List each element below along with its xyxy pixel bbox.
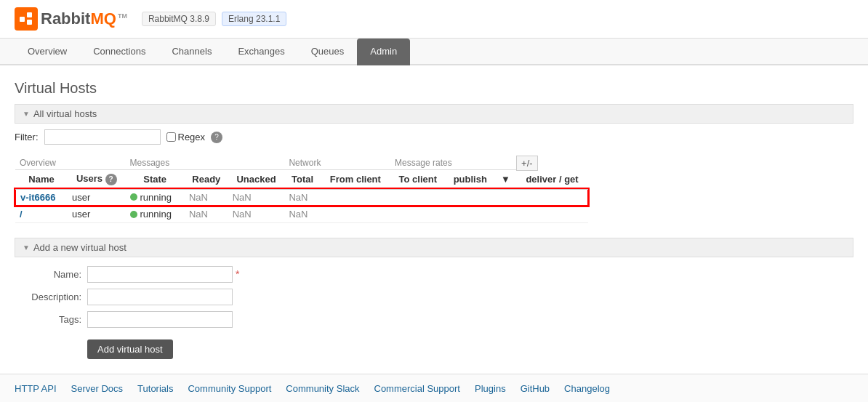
vhost-name-link[interactable]: v-it6666 (20, 192, 55, 203)
vhost-from-client (321, 189, 390, 206)
version-badge: RabbitMQ 3.8.9 (142, 12, 216, 26)
name-label: Name: (15, 269, 87, 280)
add-vhost-button[interactable]: Add virtual host (87, 339, 173, 359)
table-row: / user running NaN NaN NaN (15, 206, 588, 222)
logo-text: RabbitMQTM (41, 9, 127, 28)
tags-row: Tags: (15, 311, 853, 328)
rabbit-text: Rabbit (41, 9, 90, 28)
col-state: State (126, 170, 185, 189)
col-users: Users ? (68, 170, 125, 189)
footer: HTTP API Server Docs Tutorials Community… (0, 374, 868, 403)
nav-channels[interactable]: Channels (158, 39, 225, 64)
nav-exchanges[interactable]: Exchanges (225, 39, 297, 64)
col-ready: Ready (185, 170, 228, 189)
description-row: Description: (15, 289, 853, 305)
vhost-state: running (130, 192, 172, 203)
footer-server-docs[interactable]: Server Docs (71, 383, 124, 394)
vhost-publish (446, 189, 495, 206)
footer-commercial-support[interactable]: Commercial Support (374, 383, 461, 394)
vhost-sort (495, 189, 516, 206)
add-vhost-form: Name: * Description: Tags: Add virtual h… (15, 266, 853, 359)
tags-input[interactable] (87, 311, 233, 328)
add-section-header: ▼ Add a new virtual host (15, 238, 853, 257)
filter-label: Filter: (15, 132, 39, 142)
regex-label: Regex (166, 132, 206, 142)
col-total: Total (284, 170, 320, 189)
footer-http-api[interactable]: HTTP API (15, 383, 57, 394)
name-row: Name: * (15, 266, 853, 283)
vhost-unacked: NaN (228, 206, 285, 222)
erlang-badge: Erlang 23.1.1 (222, 12, 286, 26)
col-group-messages: Messages (126, 156, 285, 170)
vhost-to-client (390, 206, 446, 222)
main-content: Virtual Hosts ▼ All virtual hosts Filter… (0, 65, 868, 374)
vhost-table-wrapper: Overview Messages Network Message rates … (15, 156, 853, 223)
collapse-triangle[interactable]: ▼ (23, 110, 30, 118)
vhost-total: NaN (284, 189, 320, 206)
logo-icon (15, 7, 38, 31)
footer-github[interactable]: GitHub (521, 383, 550, 394)
vhost-deliver-get (516, 206, 588, 222)
vhost-sort (495, 206, 516, 222)
vhost-deliver-get (516, 189, 588, 206)
vhost-state: running (130, 209, 172, 220)
regex-text: Regex (178, 132, 206, 142)
vhost-to-client (390, 189, 446, 206)
logo: RabbitMQTM (15, 7, 127, 31)
col-publish: publish (446, 170, 495, 189)
col-group-overview: Overview (15, 156, 126, 170)
vhost-publish (446, 206, 495, 222)
footer-community-slack[interactable]: Community Slack (286, 383, 359, 394)
add-vhost-section: ▼ Add a new virtual host Name: * Descrip… (15, 238, 853, 359)
nav-connections[interactable]: Connections (80, 39, 158, 64)
vhost-ready: NaN (185, 206, 228, 222)
plus-minus-button[interactable]: +/- (516, 156, 538, 171)
tags-label: Tags: (15, 314, 87, 325)
filter-help-icon[interactable]: ? (211, 132, 222, 143)
add-collapse-triangle[interactable]: ▼ (23, 244, 30, 252)
vhost-from-client (321, 206, 390, 222)
description-label: Description: (15, 292, 87, 302)
users-help-icon[interactable]: ? (105, 174, 117, 185)
footer-changelog[interactable]: Changelog (564, 383, 610, 394)
footer-tutorials[interactable]: Tutorials (137, 383, 173, 394)
vhost-unacked: NaN (228, 189, 285, 206)
col-name: Name (15, 170, 68, 189)
vhost-users: user (68, 189, 125, 206)
svg-rect-0 (20, 17, 25, 22)
name-input[interactable] (87, 266, 233, 283)
vhost-total: NaN (284, 206, 320, 222)
table-row: v-it6666 user running NaN NaN NaN (15, 189, 588, 206)
col-unacked: Unacked (228, 170, 285, 189)
header: RabbitMQTM RabbitMQ 3.8.9 Erlang 23.1.1 (0, 0, 868, 39)
footer-plugins[interactable]: Plugins (475, 383, 506, 394)
col-group-message-rates: Message rates (390, 156, 516, 170)
col-from-client: From client (321, 170, 390, 189)
vhost-table: Overview Messages Network Message rates … (15, 156, 589, 223)
vhost-name-link[interactable]: / (20, 209, 23, 220)
regex-checkbox[interactable] (166, 132, 176, 142)
filter-row: Filter: Regex ? (15, 124, 853, 150)
nav-overview[interactable]: Overview (15, 39, 80, 64)
nav-queues[interactable]: Queues (298, 39, 358, 64)
all-vhosts-section: ▼ All virtual hosts Filter: Regex ? Over… (15, 104, 853, 223)
section-header-all-vhosts: ▼ All virtual hosts (15, 104, 853, 124)
col-to-client: To client (390, 170, 446, 189)
section-header-label: All virtual hosts (33, 108, 97, 119)
col-sort: ▼ (495, 170, 516, 189)
main-nav: Overview Connections Channels Exchanges … (0, 39, 868, 65)
footer-community-support[interactable]: Community Support (188, 383, 271, 394)
page-title: Virtual Hosts (15, 80, 853, 97)
svg-rect-2 (27, 20, 32, 25)
description-input[interactable] (87, 289, 233, 305)
vhost-ready: NaN (185, 189, 228, 206)
tm-text: TM (118, 12, 127, 20)
svg-rect-1 (27, 12, 32, 17)
add-section-label: Add a new virtual host (33, 242, 126, 253)
col-deliver-get: deliver / get (516, 170, 588, 189)
state-dot (130, 211, 137, 218)
filter-input[interactable] (44, 129, 161, 145)
col-group-network: Network (284, 156, 390, 170)
nav-admin[interactable]: Admin (357, 39, 410, 65)
vhost-users: user (68, 206, 125, 222)
